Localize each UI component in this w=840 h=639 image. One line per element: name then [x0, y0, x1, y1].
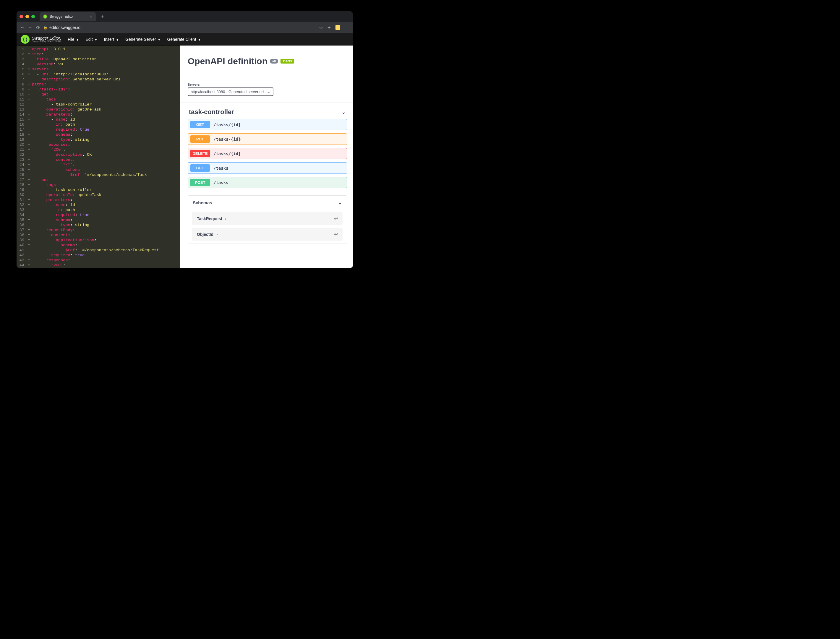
code-line[interactable]: 19 type: string: [17, 137, 180, 142]
code-line[interactable]: 3 title: OpenAPI definition: [17, 57, 180, 62]
fold-gutter-icon[interactable]: ▾: [28, 202, 32, 207]
code-line[interactable]: 7 description: Generated server url: [17, 77, 180, 82]
code-line[interactable]: 26 $ref: '#/components/schemas/Task': [17, 172, 180, 177]
code-line[interactable]: 41 $ref: '#/components/schemas/TaskReque…: [17, 248, 180, 253]
fold-gutter-icon[interactable]: ▾: [28, 243, 32, 248]
code-line[interactable]: 37▾ requestBody:: [17, 227, 180, 233]
fold-gutter-icon[interactable]: ▾: [28, 157, 32, 162]
schema-row[interactable]: TaskRequest›↩: [192, 212, 343, 225]
code-line[interactable]: 34 required: true: [17, 213, 180, 218]
fold-gutter-icon[interactable]: ▾: [28, 258, 32, 263]
server-select[interactable]: http://localhost:8080 - Generated server…: [188, 87, 273, 96]
close-window-icon[interactable]: [19, 15, 23, 18]
browser-tab[interactable]: Swagger Editor ×: [40, 12, 96, 21]
kebab-menu-icon[interactable]: ⋮: [345, 25, 349, 30]
code-line[interactable]: 14▾ parameters:: [17, 112, 180, 117]
code-line[interactable]: 15▾ - name: id: [17, 117, 180, 122]
code-line[interactable]: 16 in: path: [17, 122, 180, 127]
new-tab-button[interactable]: ＋: [97, 13, 108, 20]
menu-generate-client[interactable]: Generate Client ▼: [167, 37, 201, 42]
code-line[interactable]: 27▾ put:: [17, 177, 180, 182]
operation-row[interactable]: GET/tasks/{id}: [188, 119, 347, 130]
code-line[interactable]: 6▾ - url: 'http://localhost:8080': [17, 72, 180, 77]
code-line[interactable]: 1 openapi: 3.0.1: [17, 47, 180, 52]
fold-gutter-icon[interactable]: ▾: [28, 72, 32, 77]
fold-gutter-icon[interactable]: ▾: [28, 67, 32, 72]
url-field[interactable]: 🔒 editor.swagger.io: [43, 25, 316, 30]
fold-gutter-icon[interactable]: ▾: [28, 112, 32, 117]
fold-gutter-icon[interactable]: ▾: [28, 92, 32, 97]
code-line[interactable]: 40▾ schema:: [17, 243, 180, 248]
code-line[interactable]: 30 operationId: updateTask: [17, 192, 180, 197]
code-line[interactable]: 31▾ parameters:: [17, 197, 180, 202]
fold-gutter-icon[interactable]: ▾: [28, 167, 32, 172]
fold-gutter-icon[interactable]: ▾: [28, 233, 32, 238]
reload-icon[interactable]: ⟳: [35, 25, 40, 30]
code-line[interactable]: 17 required: true: [17, 127, 180, 132]
code-line[interactable]: 39▾ application/json:: [17, 238, 180, 243]
schema-row[interactable]: ObjectId›↩: [192, 228, 343, 241]
code-line[interactable]: 22 description: OK: [17, 152, 180, 157]
code-line[interactable]: 23▾ content:: [17, 157, 180, 162]
menu-edit[interactable]: Edit ▼: [86, 37, 97, 42]
operation-row[interactable]: DELETE/tasks/{id}: [188, 148, 347, 159]
code-line[interactable]: 44▾ '200':: [17, 263, 180, 268]
schemas-header[interactable]: Schemas ⌄: [188, 196, 347, 209]
fold-gutter-icon[interactable]: ▾: [28, 97, 32, 102]
code-line[interactable]: 20▾ responses:: [17, 142, 180, 147]
forward-icon[interactable]: →: [28, 25, 32, 30]
code-line[interactable]: 10▾ get:: [17, 92, 180, 97]
back-icon[interactable]: ←: [20, 25, 25, 30]
fold-gutter-icon[interactable]: ▾: [28, 197, 32, 202]
code-line[interactable]: 24▾ '*/*':: [17, 162, 180, 167]
menu-insert[interactable]: Insert ▼: [104, 37, 119, 42]
code-line[interactable]: 42 required: true: [17, 253, 180, 258]
menu-file[interactable]: File ▼: [68, 37, 79, 42]
fold-gutter-icon[interactable]: ▾: [28, 182, 32, 188]
tag-header[interactable]: task-controller ⌄: [188, 103, 347, 119]
fold-gutter-icon[interactable]: ▾: [28, 263, 32, 268]
code-line[interactable]: 21▾ '200':: [17, 147, 180, 152]
code-line[interactable]: 12 - task-controller: [17, 102, 180, 107]
fold-gutter-icon[interactable]: ▾: [28, 162, 32, 167]
code-line[interactable]: 28▾ tags:: [17, 182, 180, 188]
code-line[interactable]: 35▾ schema:: [17, 218, 180, 223]
fold-gutter-icon[interactable]: ▾: [28, 227, 32, 233]
code-line[interactable]: 36 type: string: [17, 223, 180, 227]
minimize-window-icon[interactable]: [25, 15, 29, 18]
menu-generate-server[interactable]: Generate Server ▼: [125, 37, 160, 42]
code-line[interactable]: 4 version: v0: [17, 62, 180, 67]
code-line[interactable]: 8▾paths:: [17, 82, 180, 87]
code-line[interactable]: 38▾ content:: [17, 233, 180, 238]
yaml-editor[interactable]: 1 openapi: 3.0.12▾info:3 title: OpenAPI …: [17, 46, 180, 268]
extension-badge-icon[interactable]: [335, 25, 340, 30]
maximize-window-icon[interactable]: [31, 15, 35, 18]
fold-gutter-icon[interactable]: ▾: [28, 238, 32, 243]
code-line[interactable]: 5▾servers:: [17, 67, 180, 72]
code-line[interactable]: 43▾ responses:: [17, 258, 180, 263]
code-line[interactable]: 33 in: path: [17, 207, 180, 213]
code-line[interactable]: 11▾ tags:: [17, 97, 180, 102]
code-line[interactable]: 18▾ schema:: [17, 132, 180, 137]
fold-gutter-icon[interactable]: ▾: [28, 87, 32, 92]
close-tab-icon[interactable]: ×: [90, 14, 92, 19]
code-line[interactable]: 9▾ '/tasks/{id}':: [17, 87, 180, 92]
fold-gutter-icon[interactable]: ▾: [28, 82, 32, 87]
code-line[interactable]: 2▾info:: [17, 52, 180, 57]
fold-gutter-icon[interactable]: ▾: [28, 177, 32, 182]
code-line[interactable]: 25▾ schema:: [17, 167, 180, 172]
operation-row[interactable]: POST/tasks: [188, 177, 347, 188]
operation-row[interactable]: PUT/tasks/{id}: [188, 133, 347, 145]
fold-gutter-icon[interactable]: ▾: [28, 142, 32, 147]
fold-gutter-icon[interactable]: ▾: [28, 218, 32, 223]
code-line[interactable]: 13 operationId: getOneTask: [17, 107, 180, 112]
fold-gutter-icon[interactable]: ▾: [28, 132, 32, 137]
fold-gutter-icon[interactable]: ▾: [28, 117, 32, 122]
operation-row[interactable]: GET/tasks: [188, 162, 347, 174]
extensions-icon[interactable]: ✦: [327, 25, 331, 30]
fold-gutter-icon[interactable]: ▾: [28, 147, 32, 152]
bookmark-star-icon[interactable]: ☆: [319, 25, 323, 30]
fold-gutter-icon[interactable]: ▾: [28, 52, 32, 57]
code-line[interactable]: 32▾ - name: id: [17, 202, 180, 207]
code-line[interactable]: 29 - task-controller: [17, 188, 180, 192]
